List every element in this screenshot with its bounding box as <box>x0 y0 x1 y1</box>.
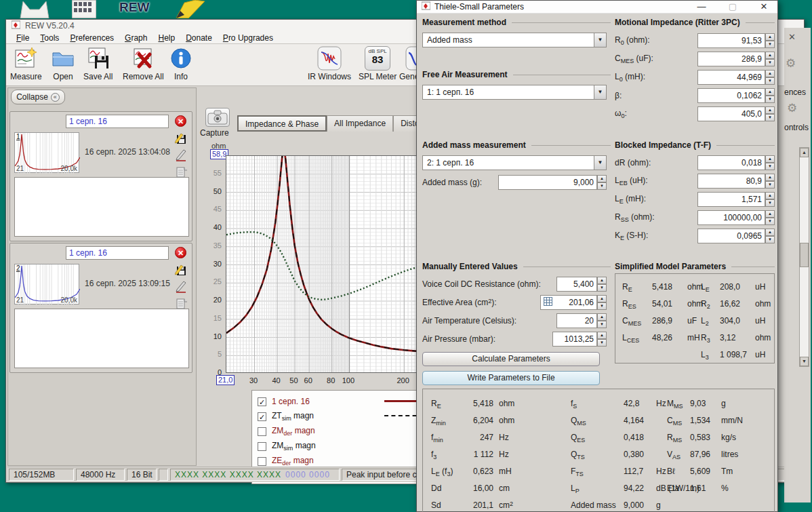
measurement-name-input[interactable]: 1 серп. 16 <box>66 115 169 128</box>
measurement-notes-input[interactable] <box>14 177 189 237</box>
rew-logo[interactable]: REW <box>119 0 149 15</box>
param-field-input[interactable]: 80,9 <box>697 174 765 189</box>
measurement-thumbnail[interactable]: 22120,0k <box>14 264 79 304</box>
floppy-pencil-icon[interactable] <box>175 132 187 144</box>
info-button[interactable]: Info <box>169 46 193 81</box>
menu-preferences[interactable]: Preferences <box>65 33 119 43</box>
notes-icon[interactable] <box>175 166 187 178</box>
param-field-input[interactable]: 0,1062 <box>697 88 765 103</box>
spinner[interactable]: ▲▼ <box>765 106 775 121</box>
spinner[interactable]: ▲▼ <box>765 52 775 66</box>
save-all-button[interactable]: Save All <box>83 46 113 81</box>
scroll-up-arrow[interactable]: ▲ <box>800 148 809 157</box>
spinner[interactable]: ▲▼ <box>765 155 775 170</box>
chevron-down-icon[interactable]: ▼ <box>594 156 606 170</box>
spinner[interactable]: ▲▼ <box>765 192 775 207</box>
param-row: L2304,0uH <box>701 316 765 327</box>
chevron-down-icon[interactable]: ▼ <box>594 33 606 47</box>
param-field-input[interactable]: 20 <box>556 313 597 328</box>
param-field-input[interactable]: 1013,25 <box>552 332 597 347</box>
grid-window-icon[interactable] <box>72 0 96 20</box>
menu-graph[interactable]: Graph <box>120 33 152 43</box>
added-mass-input[interactable]: 9,000 <box>498 175 597 190</box>
cat-icon[interactable] <box>16 0 53 20</box>
remove-all-button[interactable]: Remove All <box>123 46 164 81</box>
spinner[interactable]: ▲▼ <box>765 88 775 103</box>
spinner[interactable]: ▲▼ <box>597 313 607 328</box>
measurement-notes-input[interactable] <box>14 309 189 368</box>
scroll-down-arrow[interactable]: ▼ <box>800 357 809 366</box>
free-air-measurement-dropdown[interactable]: 1: 1 серп. 16 ▼ <box>422 85 607 100</box>
maximize-button[interactable]: ▢ <box>719 1 746 14</box>
minimize-button[interactable]: — <box>688 1 715 14</box>
spinner[interactable]: ▲▼ <box>765 70 775 85</box>
menu-tools[interactable]: Tools <box>35 33 64 43</box>
spinner[interactable]: ▲▼ <box>765 33 775 48</box>
menu-file[interactable]: File <box>12 33 34 43</box>
capture-button[interactable] <box>205 108 230 127</box>
open-button[interactable]: Open <box>51 46 75 81</box>
spinner[interactable]: ▲▼ <box>597 295 607 310</box>
measurement-card[interactable]: 1 серп. 16✕22120,0k16 серп. 2025 13:09:1… <box>9 243 192 373</box>
gear-icon[interactable]: ⚙ <box>786 56 796 71</box>
measurement-method-dropdown[interactable]: Added mass ▼ <box>422 33 607 47</box>
floppy-pencil-icon[interactable] <box>175 264 187 276</box>
param-field-input[interactable]: 0,0965 <box>697 229 765 243</box>
close-measurement-button[interactable]: ✕ <box>175 115 186 127</box>
legend-checkbox[interactable]: ✓ <box>258 397 266 406</box>
gear-icon[interactable]: ⚙ <box>787 101 797 115</box>
param-field-input[interactable]: 91,53 <box>697 33 765 48</box>
ir-windows-button[interactable]: IR Windows <box>308 46 351 81</box>
menu-donate[interactable]: Donate <box>181 33 217 43</box>
write-parameters-button[interactable]: Write Parameters to File <box>422 371 600 385</box>
param-field-input[interactable]: 100000,00 <box>697 210 765 225</box>
notes-icon[interactable] <box>175 298 187 310</box>
grid-icon[interactable] <box>544 297 552 308</box>
preferences-label-fragment[interactable]: ences <box>784 87 806 97</box>
menu-pro-upgrades[interactable]: Pro Upgrades <box>218 33 278 43</box>
measurement-name-input[interactable]: 1 серп. 16 <box>66 246 169 260</box>
close-button[interactable]: ✕ <box>750 1 777 14</box>
param-value: 3,12 <box>720 333 755 344</box>
param-field-input[interactable]: 286,9 <box>697 52 765 66</box>
measurement-thumbnail[interactable]: 12120,0k <box>14 132 79 173</box>
measurement-card[interactable]: 1 серп. 16✕12120,0k16 серп. 2025 13:04:0… <box>9 111 192 241</box>
spinner[interactable]: ▲▼ <box>597 175 607 190</box>
panel-close-icon[interactable]: ✕ <box>788 32 796 42</box>
menu-help[interactable]: Help <box>153 33 180 43</box>
legend-checkbox[interactable]: ✓ <box>258 412 266 421</box>
collapse-button[interactable]: Collapse « <box>11 90 65 104</box>
calculate-parameters-button[interactable]: Calculate Parameters <box>422 352 600 366</box>
spl-meter-button[interactable]: dB SPL83SPL Meter <box>359 46 397 81</box>
param-value: 94,22 <box>624 484 656 494</box>
param-field-input[interactable]: 1,571 <box>697 192 765 207</box>
spinner[interactable]: ▲▼ <box>765 210 775 225</box>
controls-label-fragment[interactable]: ontrols <box>784 123 809 132</box>
param-field-label: dR (ohm): <box>615 158 651 168</box>
close-measurement-button[interactable]: ✕ <box>175 247 186 258</box>
impedance-plot[interactable] <box>226 155 422 373</box>
rew-app-icon <box>12 20 20 31</box>
added-mass-measurement-dropdown[interactable]: 2: 1 серп. 16 ▼ <box>422 155 607 170</box>
param-field-input[interactable]: 201,06 <box>540 295 597 310</box>
vertical-scrollbar[interactable]: ▲ ▼ <box>799 147 809 367</box>
spinner[interactable]: ▲▼ <box>765 229 775 243</box>
scrollbar-thumb[interactable] <box>800 243 809 267</box>
pencil-icon[interactable] <box>175 0 206 20</box>
legend-checkbox[interactable] <box>258 442 266 451</box>
spinner[interactable]: ▲▼ <box>597 332 607 347</box>
param-field-input[interactable]: 405,0 <box>697 106 765 121</box>
chevron-down-icon[interactable]: ▼ <box>594 85 606 99</box>
param-field-input[interactable]: 5,400 <box>556 277 597 292</box>
pencil-icon-sm[interactable] <box>175 149 187 161</box>
legend-checkbox[interactable] <box>258 427 266 436</box>
pencil-icon-sm[interactable] <box>175 281 187 293</box>
tab-all-impedance[interactable]: All Impedance <box>327 115 393 132</box>
legend-checkbox[interactable] <box>258 457 266 466</box>
spinner[interactable]: ▲▼ <box>597 277 607 292</box>
tab-impedance-phase[interactable]: Impedance & Phase <box>237 115 327 132</box>
spinner[interactable]: ▲▼ <box>765 174 775 189</box>
param-field-input[interactable]: 44,969 <box>697 70 765 85</box>
measure-button[interactable]: Measure <box>10 46 42 81</box>
param-field-input[interactable]: 0,018 <box>697 155 765 170</box>
